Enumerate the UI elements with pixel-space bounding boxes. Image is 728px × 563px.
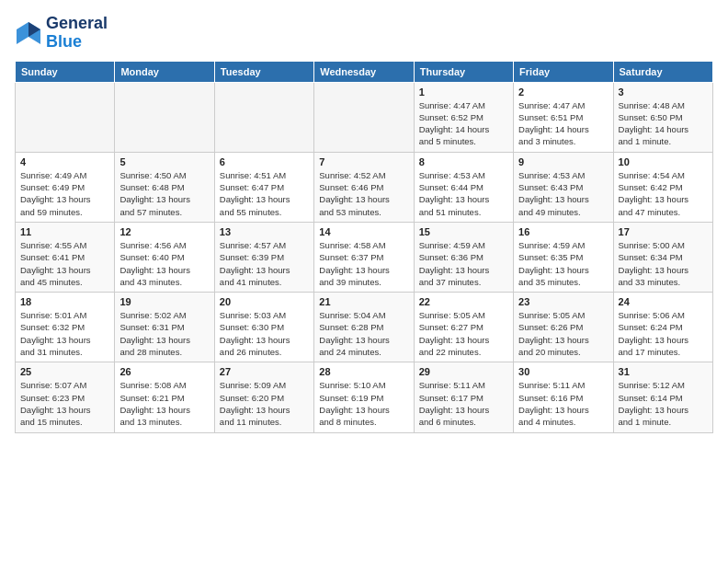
day-number: 20: [220, 296, 309, 307]
day-number: 18: [20, 296, 109, 307]
calendar-cell: 30Sunrise: 5:11 AM Sunset: 6:16 PM Dayli…: [514, 362, 613, 432]
day-number: 6: [220, 156, 309, 167]
day-number: 8: [419, 156, 508, 167]
weekday-header-tuesday: Tuesday: [214, 61, 313, 82]
calendar-cell: 11Sunrise: 4:55 AM Sunset: 6:41 PM Dayli…: [16, 222, 115, 292]
calendar-cell: 14Sunrise: 4:58 AM Sunset: 6:37 PM Dayli…: [314, 222, 414, 292]
day-number: 25: [20, 366, 109, 377]
calendar-cell: 17Sunrise: 5:00 AM Sunset: 6:34 PM Dayli…: [613, 222, 712, 292]
day-info: Sunrise: 4:51 AM Sunset: 6:47 PM Dayligh…: [220, 169, 309, 218]
logo: General Blue: [15, 15, 108, 52]
day-info: Sunrise: 5:08 AM Sunset: 6:21 PM Dayligh…: [119, 379, 209, 428]
day-info: Sunrise: 4:59 AM Sunset: 6:35 PM Dayligh…: [518, 239, 608, 288]
calendar-cell: [314, 82, 414, 152]
logo-icon: [15, 20, 42, 46]
day-info: Sunrise: 5:05 AM Sunset: 6:26 PM Dayligh…: [518, 309, 608, 358]
logo-line2: Blue: [46, 33, 108, 52]
day-number: 16: [518, 226, 608, 237]
calendar-cell: 25Sunrise: 5:07 AM Sunset: 6:23 PM Dayli…: [16, 362, 115, 432]
day-info: Sunrise: 5:07 AM Sunset: 6:23 PM Dayligh…: [20, 379, 109, 428]
day-number: 21: [319, 296, 408, 307]
calendar-cell: 13Sunrise: 4:57 AM Sunset: 6:39 PM Dayli…: [214, 222, 313, 292]
day-info: Sunrise: 4:56 AM Sunset: 6:40 PM Dayligh…: [119, 239, 209, 288]
calendar-cell: [16, 82, 115, 152]
calendar-cell: 28Sunrise: 5:10 AM Sunset: 6:19 PM Dayli…: [314, 362, 414, 432]
calendar-cell: 8Sunrise: 4:53 AM Sunset: 6:44 PM Daylig…: [414, 152, 513, 222]
day-number: 2: [518, 86, 608, 98]
day-number: 7: [319, 156, 408, 167]
logo-text: General Blue: [46, 15, 108, 52]
calendar-cell: 19Sunrise: 5:02 AM Sunset: 6:31 PM Dayli…: [115, 293, 214, 362]
day-number: 12: [119, 226, 209, 237]
day-info: Sunrise: 4:47 AM Sunset: 6:52 PM Dayligh…: [419, 99, 508, 148]
calendar-cell: 4Sunrise: 4:49 AM Sunset: 6:49 PM Daylig…: [16, 152, 115, 222]
calendar-cell: 15Sunrise: 4:59 AM Sunset: 6:36 PM Dayli…: [414, 222, 513, 292]
weekday-header-sunday: Sunday: [16, 61, 115, 82]
calendar-cell: 9Sunrise: 4:53 AM Sunset: 6:43 PM Daylig…: [514, 152, 613, 222]
day-info: Sunrise: 5:00 AM Sunset: 6:34 PM Dayligh…: [619, 239, 708, 288]
day-info: Sunrise: 4:49 AM Sunset: 6:49 PM Dayligh…: [20, 169, 109, 218]
calendar-table: SundayMondayTuesdayWednesdayThursdayFrid…: [15, 61, 713, 433]
calendar-cell: 27Sunrise: 5:09 AM Sunset: 6:20 PM Dayli…: [214, 362, 313, 432]
calendar-cell: [214, 82, 313, 152]
day-info: Sunrise: 4:48 AM Sunset: 6:50 PM Dayligh…: [619, 99, 708, 148]
day-info: Sunrise: 4:58 AM Sunset: 6:37 PM Dayligh…: [319, 239, 408, 288]
day-info: Sunrise: 4:54 AM Sunset: 6:42 PM Dayligh…: [619, 169, 708, 218]
calendar-cell: 5Sunrise: 4:50 AM Sunset: 6:48 PM Daylig…: [115, 152, 214, 222]
calendar-cell: 6Sunrise: 4:51 AM Sunset: 6:47 PM Daylig…: [214, 152, 313, 222]
day-number: 31: [619, 366, 708, 377]
day-info: Sunrise: 4:47 AM Sunset: 6:51 PM Dayligh…: [518, 99, 608, 148]
calendar-cell: 29Sunrise: 5:11 AM Sunset: 6:17 PM Dayli…: [414, 362, 513, 432]
weekday-header-monday: Monday: [115, 61, 214, 82]
weekday-header-row: SundayMondayTuesdayWednesdayThursdayFrid…: [16, 61, 713, 82]
day-number: 29: [419, 366, 508, 377]
page: General Blue SundayMondayTuesdayWednesda…: [0, 0, 728, 563]
day-number: 5: [119, 156, 209, 167]
day-info: Sunrise: 5:05 AM Sunset: 6:27 PM Dayligh…: [419, 309, 508, 358]
week-row-1: 1Sunrise: 4:47 AM Sunset: 6:52 PM Daylig…: [16, 82, 713, 152]
day-number: 19: [119, 296, 209, 307]
day-info: Sunrise: 5:01 AM Sunset: 6:32 PM Dayligh…: [20, 309, 109, 358]
calendar-cell: 20Sunrise: 5:03 AM Sunset: 6:30 PM Dayli…: [214, 293, 313, 362]
week-row-5: 25Sunrise: 5:07 AM Sunset: 6:23 PM Dayli…: [16, 362, 713, 432]
day-number: 9: [518, 156, 608, 167]
day-number: 3: [619, 86, 708, 98]
week-row-4: 18Sunrise: 5:01 AM Sunset: 6:32 PM Dayli…: [16, 293, 713, 362]
weekday-header-thursday: Thursday: [414, 61, 513, 82]
day-info: Sunrise: 4:59 AM Sunset: 6:36 PM Dayligh…: [419, 239, 508, 288]
day-info: Sunrise: 5:10 AM Sunset: 6:19 PM Dayligh…: [319, 379, 408, 428]
day-number: 1: [419, 86, 508, 98]
day-number: 27: [220, 366, 309, 377]
day-info: Sunrise: 4:53 AM Sunset: 6:43 PM Dayligh…: [518, 169, 608, 218]
day-info: Sunrise: 4:52 AM Sunset: 6:46 PM Dayligh…: [319, 169, 408, 218]
weekday-header-friday: Friday: [514, 61, 613, 82]
day-number: 28: [319, 366, 408, 377]
day-info: Sunrise: 5:02 AM Sunset: 6:31 PM Dayligh…: [119, 309, 209, 358]
weekday-header-wednesday: Wednesday: [314, 61, 414, 82]
day-number: 13: [220, 226, 309, 237]
calendar-cell: 1Sunrise: 4:47 AM Sunset: 6:52 PM Daylig…: [414, 82, 513, 152]
day-number: 30: [518, 366, 608, 377]
day-number: 15: [419, 226, 508, 237]
day-info: Sunrise: 5:09 AM Sunset: 6:20 PM Dayligh…: [220, 379, 309, 428]
calendar-cell: 23Sunrise: 5:05 AM Sunset: 6:26 PM Dayli…: [514, 293, 613, 362]
day-number: 11: [20, 226, 109, 237]
calendar-cell: 21Sunrise: 5:04 AM Sunset: 6:28 PM Dayli…: [314, 293, 414, 362]
week-row-2: 4Sunrise: 4:49 AM Sunset: 6:49 PM Daylig…: [16, 152, 713, 222]
day-info: Sunrise: 5:11 AM Sunset: 6:17 PM Dayligh…: [419, 379, 508, 428]
day-info: Sunrise: 4:53 AM Sunset: 6:44 PM Dayligh…: [419, 169, 508, 218]
day-number: 24: [619, 296, 708, 307]
calendar-cell: 18Sunrise: 5:01 AM Sunset: 6:32 PM Dayli…: [16, 293, 115, 362]
header: General Blue: [15, 15, 713, 52]
calendar-cell: 12Sunrise: 4:56 AM Sunset: 6:40 PM Dayli…: [115, 222, 214, 292]
calendar-cell: 22Sunrise: 5:05 AM Sunset: 6:27 PM Dayli…: [414, 293, 513, 362]
day-info: Sunrise: 5:04 AM Sunset: 6:28 PM Dayligh…: [319, 309, 408, 358]
day-info: Sunrise: 5:11 AM Sunset: 6:16 PM Dayligh…: [518, 379, 608, 428]
day-number: 17: [619, 226, 708, 237]
day-info: Sunrise: 5:03 AM Sunset: 6:30 PM Dayligh…: [220, 309, 309, 358]
day-info: Sunrise: 4:55 AM Sunset: 6:41 PM Dayligh…: [20, 239, 109, 288]
day-number: 4: [20, 156, 109, 167]
logo-line1: General: [46, 15, 108, 33]
week-row-3: 11Sunrise: 4:55 AM Sunset: 6:41 PM Dayli…: [16, 222, 713, 292]
calendar-cell: 7Sunrise: 4:52 AM Sunset: 6:46 PM Daylig…: [314, 152, 414, 222]
